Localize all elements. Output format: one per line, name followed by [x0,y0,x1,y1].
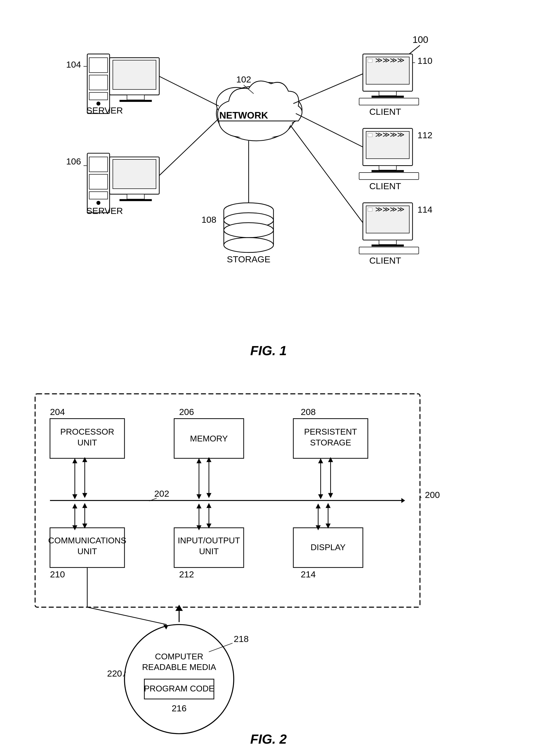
svg-rect-15 [89,75,107,90]
svg-text:204: 204 [50,407,65,417]
svg-text:COMPUTER: COMPUTER [155,652,203,661]
svg-rect-67 [379,240,396,245]
svg-text:CLIENT: CLIENT [369,181,401,191]
svg-rect-28 [89,192,107,199]
svg-text:PROGRAM CODE: PROGRAM CODE [144,684,214,693]
svg-text:SERVER: SERVER [86,206,123,216]
svg-rect-68 [372,245,404,246]
svg-rect-50 [359,98,419,105]
svg-rect-60 [359,172,419,180]
svg-text:102: 102 [236,74,251,85]
svg-rect-69 [359,247,419,254]
svg-rect-51 [368,59,372,62]
svg-rect-58 [379,166,396,170]
svg-text:208: 208 [301,407,315,417]
svg-text:104: 104 [66,59,81,70]
svg-text:PERSISTENT: PERSISTENT [304,427,357,436]
svg-text:≫≫≫≫: ≫≫≫≫ [375,56,404,64]
svg-text:202: 202 [154,489,169,499]
svg-rect-31 [113,159,156,189]
svg-text:UNIT: UNIT [77,438,97,447]
svg-text:COMMUNICATIONS: COMMUNICATIONS [48,536,126,545]
svg-point-17 [97,102,101,106]
svg-rect-70 [368,208,372,211]
svg-text:STORAGE: STORAGE [227,254,270,264]
svg-text:106: 106 [66,156,81,167]
svg-text:108: 108 [201,215,216,225]
svg-text:NETWORK: NETWORK [219,110,268,121]
svg-point-43 [224,223,273,238]
svg-point-29 [97,201,101,205]
svg-text:MEMORY: MEMORY [190,434,228,443]
svg-text:210: 210 [50,569,65,580]
svg-text:READABLE MEDIA: READABLE MEDIA [142,662,216,672]
fig1-title: FIG. 1 [250,343,287,358]
fig2-diagram: 200 202 PROCESSOR UNIT 204 [20,373,517,752]
svg-rect-32 [127,194,145,199]
svg-text:≫≫≫≫: ≫≫≫≫ [375,131,404,138]
svg-line-74 [159,76,219,106]
svg-rect-61 [368,133,372,137]
svg-text:PROCESSOR: PROCESSOR [60,427,114,436]
fig1-diagram: 100 NETWORK 102 [20,15,517,363]
svg-text:UNIT: UNIT [199,547,219,556]
svg-rect-48 [379,91,396,96]
svg-text:STORAGE: STORAGE [310,438,351,447]
svg-text:216: 216 [172,703,186,713]
svg-point-41 [224,238,273,252]
svg-text:100: 100 [413,34,428,45]
svg-line-78 [296,114,363,147]
svg-text:INPUT/OUTPUT: INPUT/OUTPUT [178,536,240,545]
svg-rect-19 [113,60,156,90]
svg-text:220: 220 [107,668,122,679]
svg-line-79 [291,126,363,223]
fig2-title: FIG. 2 [250,732,287,747]
svg-text:112: 112 [418,130,433,140]
svg-text:SERVER: SERVER [86,105,123,116]
svg-text:206: 206 [179,407,194,417]
svg-text:DISPLAY: DISPLAY [310,543,346,552]
svg-text:200: 200 [425,490,440,500]
svg-line-75 [159,119,219,175]
svg-text:CLIENT: CLIENT [369,255,401,266]
svg-rect-21 [119,100,152,102]
svg-rect-14 [89,58,107,73]
svg-text:114: 114 [418,205,433,215]
svg-line-158 [87,607,167,624]
svg-rect-20 [127,95,145,100]
svg-rect-16 [89,92,107,100]
svg-rect-33 [119,199,152,201]
svg-text:≫≫≫≫: ≫≫≫≫ [375,205,404,213]
svg-text:214: 214 [301,569,315,580]
svg-rect-26 [89,157,107,172]
svg-text:212: 212 [179,569,194,580]
svg-text:CLIENT: CLIENT [369,107,401,117]
svg-text:110: 110 [418,56,433,66]
svg-text:218: 218 [234,634,249,644]
svg-rect-59 [372,170,404,172]
svg-rect-27 [89,174,107,189]
svg-text:UNIT: UNIT [77,547,97,556]
svg-rect-49 [372,95,404,97]
svg-line-77 [293,74,363,104]
